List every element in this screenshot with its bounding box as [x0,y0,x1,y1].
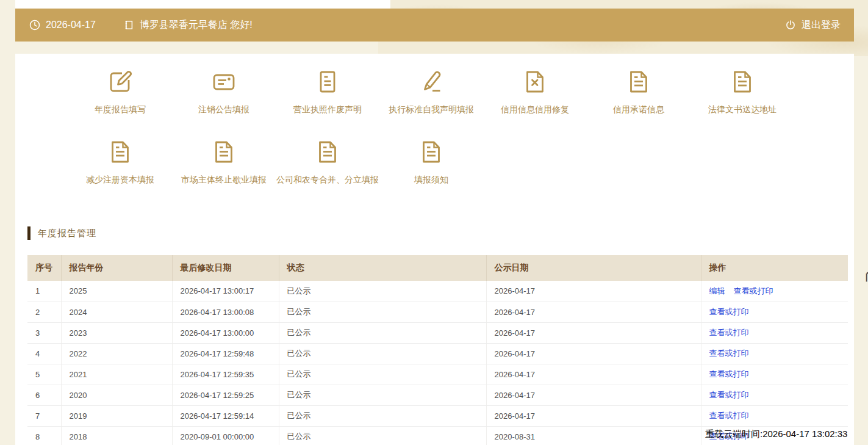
icon-doc-fold [209,137,239,167]
annual-report-table: 序号 报告年份 最后修改日期 状态 公示日期 操作 1 2025 2026-04… [27,255,848,445]
menu-item-4[interactable]: 执行标准自我声明填报 [379,67,483,115]
menu-item-11[interactable]: 填报须知 [379,137,483,186]
view-or-print-link[interactable]: 查看或打印 [709,349,749,358]
status-badge: 已公示 [279,281,486,302]
cell-publish-date: 2026-04-17 [486,364,701,385]
icon-pencil [417,67,446,96]
status-badge: 已公示 [279,364,486,385]
view-or-print-link[interactable]: 查看或打印 [709,411,749,420]
menu-item-label: 市场主体终止歇业填报 [181,175,267,186]
menu-item-label: 法律文书送达地址 [708,104,777,115]
cell-publish-date: 2026-04-17 [486,281,701,302]
status-badge: 已公示 [279,385,486,405]
section-title-text: 年度报告管理 [38,228,96,239]
col-header-publish-date: 公示日期 [486,255,701,281]
view-or-print-link[interactable]: 查看或打印 [709,307,749,316]
edit-link[interactable]: 编辑 [709,286,725,295]
icon-doc-fold [624,67,653,96]
col-header-modified: 最后修改日期 [172,255,279,281]
cell-publish-date: 2026-04-17 [486,343,701,364]
help-tab-label: 问 [866,272,868,282]
menu-item-label: 信用信息信用修复 [501,104,569,115]
menu-item-7[interactable]: 法律文书送达地址 [690,67,794,115]
view-or-print-link[interactable]: 查看或打印 [709,328,749,337]
menu-item-1[interactable]: 年度报告填写 [68,67,172,115]
icon-doc-fold [106,137,135,167]
table-row: 3 2023 2026-04-17 13:00:00 已公示 2026-04-1… [27,322,848,343]
menu-item-8[interactable]: 减少注册资本填报 [68,137,172,186]
icon-edit-square [106,67,135,96]
icon-doc-lines [313,67,342,96]
cell-no: 7 [27,405,61,426]
top-bar: 2026-04-17 博罗县翠香元早餐店 您好! 退出登录 [15,9,854,42]
cell-modified: 2026-04-17 12:59:25 [172,385,279,405]
icon-card [209,67,239,96]
cell-actions: 查看或打印 [701,322,848,343]
menu-item-label: 执行标准自我声明填报 [389,104,474,115]
menu-item-3[interactable]: 营业执照作废声明 [276,67,379,115]
menu-item-2[interactable]: 注销公告填报 [172,67,276,115]
cell-actions: 查看或打印 [701,385,848,405]
cell-modified: 2026-04-17 12:59:48 [172,343,279,364]
cell-year: 2025 [61,281,172,302]
cell-year: 2023 [61,322,172,343]
clock-icon [29,19,41,31]
col-header-status: 状态 [279,255,486,281]
cell-modified: 2026-04-17 13:00:17 [172,281,279,302]
menu-item-label: 年度报告填写 [95,104,146,115]
table-row: 1 2025 2026-04-17 13:00:17 已公示 2026-04-1… [27,281,848,302]
cell-publish-date: 2026-04-17 [486,302,701,322]
main-panel: 年度报告填写 注销公告填报 营业执照作废声明 执行标准自我声明填报 信用信息信用… [15,54,854,445]
cell-year: 2022 [61,343,172,364]
col-header-actions: 操作 [701,255,848,281]
status-badge: 已公示 [279,405,486,426]
cell-modified: 2020-09-01 00:00:00 [172,426,279,445]
logout-label: 退出登录 [802,19,841,32]
section-title: 年度报告管理 [27,226,854,240]
cell-year: 2020 [61,385,172,405]
cell-no: 6 [27,385,61,405]
icon-doc-fold [313,137,342,167]
cell-publish-date: 2026-04-17 [486,322,701,343]
cell-no: 1 [27,281,61,302]
icon-doc-fold [728,67,757,96]
cell-actions: 查看或打印 [701,364,848,385]
cell-no: 8 [27,426,61,445]
menu-item-5[interactable]: 信用信息信用修复 [483,67,587,115]
welcome-group: 博罗县翠香元早餐店 您好! [123,19,253,32]
menu-item-10[interactable]: 公司和农专合并、分立填报 [276,137,379,186]
cell-modified: 2026-04-17 13:00:08 [172,302,279,322]
status-badge: 已公示 [279,322,486,343]
section-title-bar [27,226,30,240]
menu-item-label: 营业执照作废声明 [293,104,362,115]
table-row: 6 2020 2026-04-17 12:59:25 已公示 2026-04-1… [27,385,848,405]
cell-no: 2 [27,302,61,322]
cloud-time-overlay: 重载云端时间:2026-04-17 13:02:33 [705,429,847,440]
menu-item-6[interactable]: 信用承诺信息 [587,67,690,115]
menu-item-label: 公司和农专合并、分立填报 [276,175,379,186]
logout-button[interactable]: 退出登录 [784,19,841,32]
view-or-print-link[interactable]: 查看或打印 [709,390,749,399]
cell-no: 5 [27,364,61,385]
cell-year: 2021 [61,364,172,385]
cell-no: 3 [27,322,61,343]
top-white-strip [15,0,390,9]
help-tab[interactable]: 问 [866,271,868,287]
view-or-print-link[interactable]: 查看或打印 [709,369,749,378]
cell-actions: 编辑查看或打印 [701,281,848,302]
status-badge: 已公示 [279,343,486,364]
cell-modified: 2026-04-17 12:59:14 [172,405,279,426]
cell-actions: 查看或打印 [701,343,848,364]
view-or-print-link[interactable]: 查看或打印 [734,286,773,295]
cell-no: 4 [27,343,61,364]
icon-doc-x [520,67,550,96]
table-row: 4 2022 2026-04-17 12:59:48 已公示 2026-04-1… [27,343,848,364]
status-badge: 已公示 [279,302,486,322]
cell-modified: 2026-04-17 13:00:00 [172,322,279,343]
menu-item-9[interactable]: 市场主体终止歇业填报 [172,137,276,186]
menu-item-label: 减少注册资本填报 [86,175,154,186]
menu-item-label: 填报须知 [414,175,448,186]
current-date: 2026-04-17 [46,20,96,31]
cell-year: 2019 [61,405,172,426]
menu-item-label: 信用承诺信息 [613,104,664,115]
